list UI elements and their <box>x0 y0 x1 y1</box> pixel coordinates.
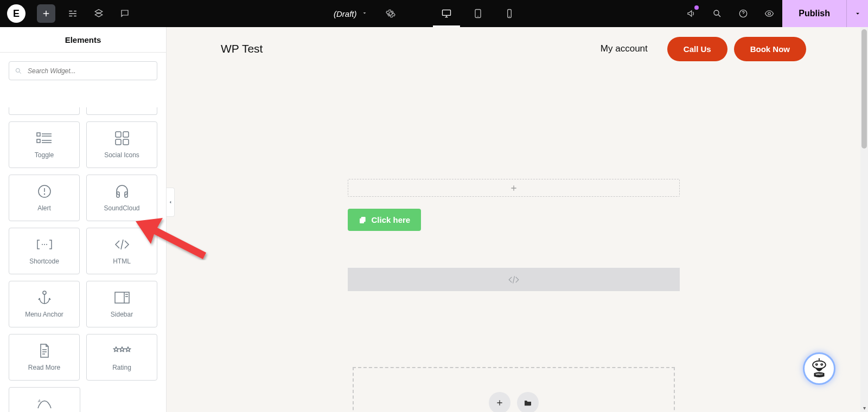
document-dropdown[interactable] <box>361 10 368 18</box>
svg-rect-38 <box>360 218 364 223</box>
widget-label: SoundCloud <box>104 204 139 212</box>
svg-rect-9 <box>37 133 40 136</box>
widget-label: Shortcode <box>29 258 59 265</box>
widget-soundcloud[interactable]: SoundCloud <box>86 175 157 221</box>
svg-point-27 <box>43 291 46 294</box>
nav-my-account[interactable]: My account <box>601 43 648 54</box>
svg-rect-15 <box>116 132 121 137</box>
svg-point-2 <box>477 16 478 17</box>
svg-point-21 <box>44 194 44 195</box>
widget-label: Social Icons <box>104 151 139 159</box>
svg-point-5 <box>714 10 719 15</box>
widget-read-more[interactable]: Read More <box>9 334 80 381</box>
svg-point-43 <box>821 364 822 364</box>
widget-label: Read More <box>28 364 60 371</box>
add-section-top[interactable] <box>348 179 680 197</box>
svg-rect-18 <box>123 139 129 145</box>
svg-point-45 <box>819 358 820 359</box>
svg-point-42 <box>816 364 817 364</box>
vertical-scrollbar[interactable]: ▾ <box>860 27 868 412</box>
widget-search[interactable] <box>9 61 157 80</box>
panel-title: Elements <box>0 27 166 53</box>
plus-icon <box>495 398 504 407</box>
top-bar: E (Draft) <box>0 0 868 27</box>
widget-toggle[interactable]: Toggle <box>9 121 80 168</box>
widget-search-input[interactable] <box>27 67 151 75</box>
device-mobile[interactable] <box>494 0 525 27</box>
publish-dropdown[interactable] <box>846 0 868 27</box>
widget-shortcode[interactable]: Shortcode <box>9 228 80 274</box>
svg-rect-16 <box>123 132 129 137</box>
svg-point-39 <box>813 361 826 369</box>
preview-button[interactable] <box>756 0 782 27</box>
site-title: WP Test <box>221 42 263 55</box>
site-header: WP Test My account Call Us Book Now <box>167 27 860 70</box>
elementor-logo[interactable]: E <box>0 0 33 27</box>
site-settings-button[interactable] <box>60 0 86 27</box>
svg-rect-0 <box>442 10 450 15</box>
svg-point-25 <box>44 244 45 245</box>
add-template-button[interactable] <box>517 392 539 412</box>
book-now-button[interactable]: Book Now <box>734 37 806 61</box>
widget-social-icons[interactable]: Social Icons <box>86 121 157 168</box>
widget-sidebar[interactable]: Sidebar <box>86 281 157 327</box>
svg-text:A: A <box>37 399 41 403</box>
elements-panel: Elements Toggle Social Icons <box>0 27 167 412</box>
add-section-button[interactable] <box>489 392 510 412</box>
folder-icon <box>524 398 532 407</box>
widget-text-path[interactable]: A Text Path <box>9 387 80 412</box>
widget-label: Rating <box>112 364 131 371</box>
device-tablet[interactable] <box>462 0 494 27</box>
svg-point-24 <box>42 244 43 245</box>
widget-label: Toggle <box>35 151 54 159</box>
svg-point-7 <box>768 12 771 15</box>
collapse-panel-button[interactable] <box>167 188 175 217</box>
code-icon <box>508 274 520 286</box>
widget-rating[interactable]: Rating <box>86 334 157 381</box>
svg-rect-10 <box>37 139 40 143</box>
svg-rect-29 <box>115 292 129 303</box>
svg-text:WPBOT: WPBOT <box>815 374 823 376</box>
widget-label: Alert <box>37 204 51 212</box>
copy-icon <box>359 216 367 224</box>
page-settings-button[interactable] <box>378 0 404 27</box>
structure-button[interactable] <box>86 0 112 27</box>
notes-button[interactable] <box>112 0 138 27</box>
whats-new-button[interactable] <box>678 0 704 27</box>
svg-point-4 <box>509 16 510 17</box>
widget-label: Menu Anchor <box>25 311 63 318</box>
html-widget-placeholder[interactable] <box>348 268 680 291</box>
svg-point-26 <box>46 244 47 245</box>
click-here-button[interactable]: Click here <box>348 209 422 231</box>
widget-label: HTML <box>113 258 131 265</box>
svg-point-8 <box>16 68 20 72</box>
svg-rect-17 <box>116 139 121 145</box>
plus-icon <box>509 184 518 192</box>
document-status: (Draft) <box>334 9 357 18</box>
widget-label: Sidebar <box>111 311 133 318</box>
button-label: Click here <box>372 215 411 224</box>
call-us-button[interactable]: Call Us <box>667 37 727 61</box>
chatbot-launcher[interactable]: WPBOT <box>803 352 835 385</box>
widget-alert[interactable]: Alert <box>9 175 80 221</box>
help-button[interactable] <box>730 0 756 27</box>
widget-menu-anchor[interactable]: Menu Anchor <box>9 281 80 327</box>
publish-button[interactable]: Publish <box>782 0 846 27</box>
widget-html[interactable]: HTML <box>86 228 157 274</box>
search-icon <box>15 67 22 75</box>
widget-cut-top[interactable] <box>9 107 80 115</box>
add-element-button[interactable] <box>37 4 55 23</box>
device-desktop[interactable] <box>431 0 462 27</box>
widget-cut-top[interactable] <box>86 107 157 115</box>
finder-button[interactable] <box>704 0 730 27</box>
new-section-dropzone[interactable] <box>353 367 675 412</box>
editor-canvas[interactable]: WP Test My account Call Us Book Now Clic… <box>167 27 860 412</box>
